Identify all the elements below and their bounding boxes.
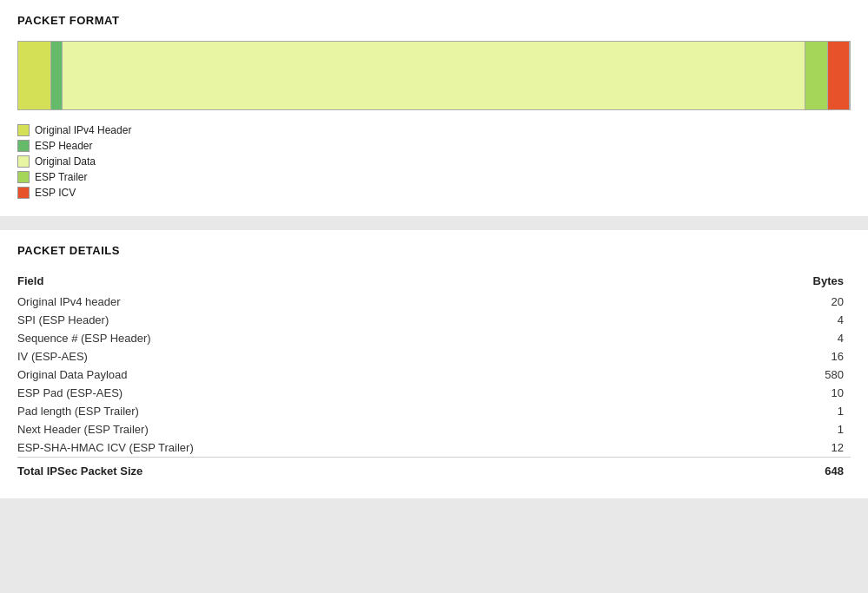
- legend-item: Original Data: [17, 155, 851, 168]
- field-cell: Original IPv4 header: [17, 293, 708, 311]
- field-cell: ESP-SHA-HMAC ICV (ESP Trailer): [17, 438, 708, 458]
- table-row: Original IPv4 header20: [17, 293, 851, 311]
- legend-color-box: [17, 155, 30, 168]
- bytes-cell: 1: [708, 402, 851, 420]
- legend-label: ESP Trailer: [35, 171, 87, 183]
- table-row: Original Data Payload580: [17, 366, 851, 384]
- legend-label: ESP Header: [35, 140, 93, 152]
- table-row: ESP-SHA-HMAC ICV (ESP Trailer)12: [17, 438, 851, 458]
- total-label: Total IPSec Packet Size: [17, 458, 708, 482]
- bytes-cell: 20: [708, 293, 851, 311]
- divider: [0, 223, 868, 230]
- field-cell: Sequence # (ESP Header): [17, 329, 708, 347]
- legend-color-box: [17, 171, 30, 183]
- field-cell: Original Data Payload: [17, 366, 708, 384]
- field-cell: Next Header (ESP Trailer): [17, 420, 708, 438]
- packet-details-panel: PACKET DETAILS Field Bytes Original IPv4…: [0, 230, 868, 498]
- table-row: ESP Pad (ESP-AES)10: [17, 384, 851, 402]
- bar-segment: [18, 42, 51, 109]
- packet-bar: [17, 41, 851, 110]
- legend-label: ESP ICV: [35, 187, 76, 199]
- bar-segment: [51, 42, 63, 109]
- bytes-cell: 580: [708, 366, 851, 384]
- bar-segment: [805, 42, 827, 109]
- details-table: Field Bytes Original IPv4 header20SPI (E…: [17, 271, 851, 481]
- bytes-cell: 12: [708, 438, 851, 458]
- legend-item: ESP ICV: [17, 187, 851, 199]
- bar-segment: [828, 42, 850, 109]
- packet-format-panel: PACKET FORMAT Original IPv4 HeaderESP He…: [0, 0, 868, 216]
- legend-color-box: [17, 187, 30, 199]
- details-tbody: Original IPv4 header20SPI (ESP Header)4S…: [17, 293, 851, 458]
- legend-color-box: [17, 140, 30, 152]
- table-row: SPI (ESP Header)4: [17, 311, 851, 329]
- packet-details-title: PACKET DETAILS: [17, 244, 851, 257]
- field-cell: ESP Pad (ESP-AES): [17, 384, 708, 402]
- bar-segment: [63, 42, 805, 109]
- legend-label: Original IPv4 Header: [35, 124, 131, 136]
- bytes-cell: 4: [708, 311, 851, 329]
- legend: Original IPv4 HeaderESP HeaderOriginal D…: [17, 124, 851, 199]
- bytes-cell: 4: [708, 329, 851, 347]
- col-field-header: Field: [17, 271, 708, 293]
- table-row: IV (ESP-AES)16: [17, 347, 851, 366]
- legend-item: ESP Trailer: [17, 171, 851, 183]
- table-row: Sequence # (ESP Header)4: [17, 329, 851, 347]
- legend-item: ESP Header: [17, 140, 851, 152]
- table-row: Next Header (ESP Trailer)1: [17, 420, 851, 438]
- bytes-cell: 10: [708, 384, 851, 402]
- packet-format-title: PACKET FORMAT: [17, 14, 851, 27]
- legend-label: Original Data: [35, 155, 96, 168]
- field-cell: SPI (ESP Header): [17, 311, 708, 329]
- table-row: Pad length (ESP Trailer)1: [17, 402, 851, 420]
- col-bytes-header: Bytes: [708, 271, 851, 293]
- field-cell: Pad length (ESP Trailer): [17, 402, 708, 420]
- total-bytes: 648: [708, 458, 851, 482]
- bytes-cell: 16: [708, 347, 851, 366]
- legend-color-box: [17, 124, 30, 136]
- bytes-cell: 1: [708, 420, 851, 438]
- legend-item: Original IPv4 Header: [17, 124, 851, 136]
- field-cell: IV (ESP-AES): [17, 347, 708, 366]
